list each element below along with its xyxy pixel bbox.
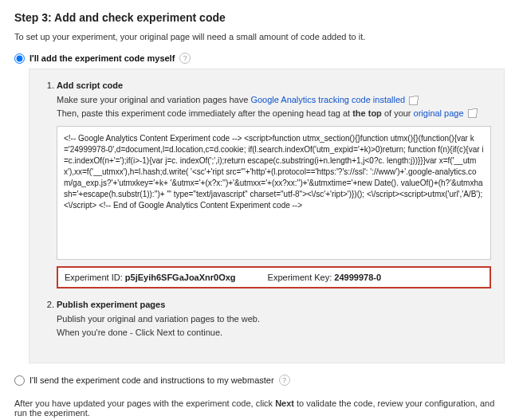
original-page-link[interactable]: original page [414,108,464,118]
experiment-code-box[interactable]: <!-- Google Analytics Content Experiment… [57,126,491,260]
radio-self[interactable] [14,53,25,64]
radio-self-label: I'll add the experiment code myself [29,53,175,63]
intro-text: To set up your experiment, your original… [14,32,505,41]
radio-webmaster-label: I'll send the experiment code and instru… [29,375,274,385]
radio-webmaster[interactable] [14,375,25,386]
after-bold: Next [275,398,294,408]
after-text: After you have updated your pages with t… [14,398,505,418]
experiment-id-row: Experiment ID: p5jEyih6SFGaJoaXnr0Oxg Ex… [57,266,491,289]
after-pre: After you have updated your pages with t… [14,398,275,408]
exp-key-label: Experiment Key: [268,273,332,282]
step-1-title: Add script code [57,80,491,90]
self-panel: Add script code Make sure your original … [29,69,505,363]
external-link-icon [468,109,477,118]
step-1-line2-pre: Then, paste this experiment code immedia… [57,108,352,118]
help-icon[interactable]: ? [279,375,290,386]
exp-key-value: 24999978-0 [334,273,381,282]
step-1-line1-pre: Make sure your original and variation pa… [57,95,250,104]
external-link-icon [409,96,418,105]
exp-id-value: p5jEyih6SFGaJoaXnr0Oxg [125,273,236,282]
option-self-row[interactable]: I'll add the experiment code myself ? [14,53,505,64]
tracking-code-link[interactable]: Google Analytics tracking code installed [250,95,405,104]
step-2-desc: Publish your original and variation page… [57,312,491,339]
step-title: Step 3: Add and check experiment code [14,11,505,24]
exp-id-label: Experiment ID: [65,273,123,282]
step-1-line2-bold: the top [352,108,382,118]
step-2-title: Publish experiment pages [57,300,491,309]
option-webmaster-row[interactable]: I'll send the experiment code and instru… [14,375,505,386]
help-icon[interactable]: ? [179,53,191,64]
step-2: Publish experiment pages Publish your or… [57,300,491,339]
step-1-line2-post: of your [384,108,414,118]
step-1: Add script code Make sure your original … [57,80,491,289]
step-1-desc: Make sure your original and variation pa… [57,93,491,120]
